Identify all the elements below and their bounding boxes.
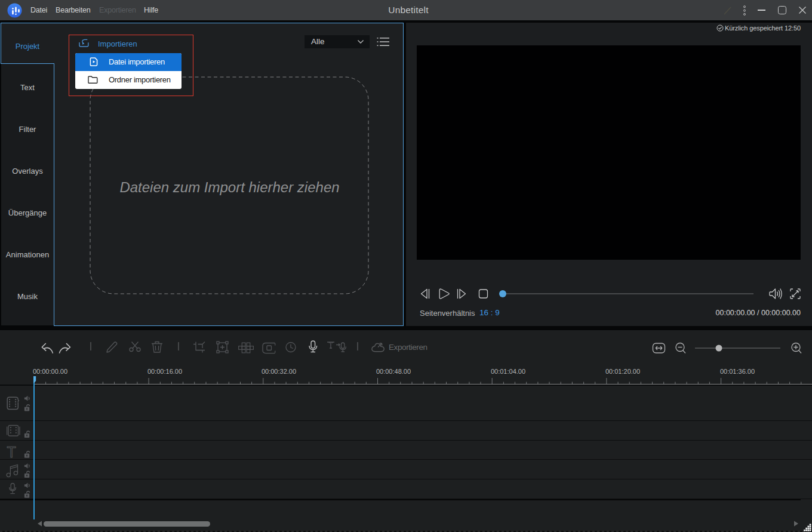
svg-text:Exportieren: Exportieren	[389, 343, 427, 352]
svg-text:T: T	[7, 444, 16, 460]
